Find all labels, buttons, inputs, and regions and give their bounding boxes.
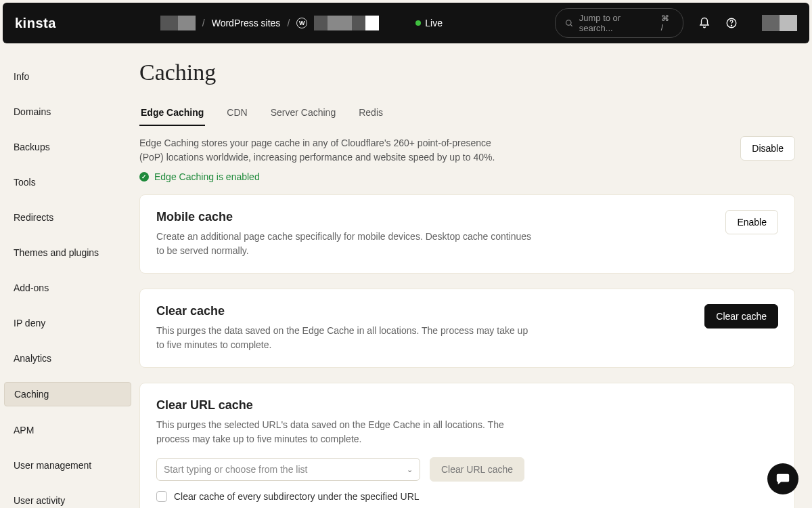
- mobile-cache-description: Create an additional page cache specific…: [156, 230, 535, 258]
- tab-label: CDN: [227, 107, 247, 118]
- breadcrumb-sep: /: [287, 18, 290, 28]
- tab-label: Server Caching: [271, 107, 336, 118]
- clear-cache-button[interactable]: Clear cache: [704, 304, 778, 329]
- topbar: kinsta / WordPress sites / W Live Jump t…: [3, 3, 809, 43]
- sidebar-item-label: APM: [14, 425, 34, 436]
- logo: kinsta: [15, 16, 56, 31]
- sidebar-item-addons[interactable]: Add-ons: [4, 276, 131, 299]
- tab-edge-caching[interactable]: Edge Caching: [139, 104, 205, 126]
- breadcrumb-sites[interactable]: WordPress sites: [212, 18, 281, 28]
- clear-subdirectory-checkbox-row[interactable]: Clear cache of every subdirectory under …: [156, 491, 778, 502]
- page-title: Caching: [139, 60, 795, 85]
- mobile-cache-card: Mobile cache Create an additional page c…: [139, 194, 795, 274]
- svg-point-0: [566, 20, 571, 24]
- svg-line-1: [570, 24, 572, 26]
- main-content: Caching Edge Caching CDN Server Caching …: [135, 46, 802, 508]
- sidebar-item-label: Domains: [14, 106, 51, 117]
- account-menu[interactable]: [762, 15, 797, 31]
- search-kbd-hint: ⌘ /: [661, 14, 673, 33]
- breadcrumb: / WordPress sites / W: [160, 16, 379, 30]
- breadcrumb-site[interactable]: [314, 16, 379, 30]
- sidebar: Info Domains Backups Tools Redirects The…: [0, 46, 135, 508]
- sidebar-item-user-activity[interactable]: User activity: [4, 489, 131, 508]
- edge-caching-description: Edge Caching stores your page cache in a…: [139, 136, 505, 165]
- sidebar-item-apm[interactable]: APM: [4, 419, 131, 442]
- sidebar-item-label: Tools: [14, 177, 36, 188]
- sidebar-item-redirects[interactable]: Redirects: [4, 206, 131, 229]
- sidebar-item-analytics[interactable]: Analytics: [4, 347, 131, 370]
- sidebar-item-label: Add-ons: [14, 282, 49, 293]
- sidebar-item-label: Redirects: [14, 212, 53, 223]
- sidebar-item-user-management[interactable]: User management: [4, 454, 131, 477]
- sidebar-item-ip-deny[interactable]: IP deny: [4, 312, 131, 335]
- sidebar-item-label: Info: [14, 71, 29, 82]
- search-placeholder: Jump to or search...: [579, 13, 656, 33]
- edge-caching-status: ✓ Edge Caching is enabled: [139, 171, 505, 182]
- sidebar-item-label: User management: [14, 460, 91, 471]
- sidebar-item-backups[interactable]: Backups: [4, 135, 131, 158]
- sidebar-item-label: Caching: [14, 389, 49, 400]
- check-circle-icon: ✓: [139, 172, 149, 182]
- search-input[interactable]: Jump to or search... ⌘ /: [555, 8, 683, 38]
- tab-label: Redis: [359, 107, 383, 118]
- clear-url-cache-description: This purges the selected URL's data save…: [156, 418, 535, 446]
- help-button[interactable]: [724, 16, 739, 30]
- tab-server-caching[interactable]: Server Caching: [269, 104, 338, 126]
- clear-cache-description: This purges the data saved on the Edge C…: [156, 324, 535, 352]
- bell-icon: [698, 17, 710, 29]
- svg-point-3: [731, 25, 731, 26]
- chat-icon: [775, 471, 790, 486]
- url-combobox[interactable]: Start typing or choose from the list ⌄: [156, 458, 420, 481]
- clear-url-cache-card: Clear URL cache This purges the selected…: [139, 383, 795, 508]
- tab-cdn[interactable]: CDN: [225, 104, 248, 126]
- help-icon: [725, 17, 738, 29]
- sidebar-item-domains[interactable]: Domains: [4, 100, 131, 123]
- clear-cache-card: Clear cache This purges the data saved o…: [139, 289, 795, 368]
- sidebar-item-label: Themes and plugins: [14, 247, 99, 258]
- environment-label: Live: [425, 18, 443, 28]
- disable-edge-caching-button[interactable]: Disable: [740, 136, 795, 161]
- clear-url-cache-button[interactable]: Clear URL cache: [430, 457, 524, 482]
- tab-redis[interactable]: Redis: [357, 104, 384, 126]
- sidebar-item-themes-plugins[interactable]: Themes and plugins: [4, 241, 131, 264]
- tabs: Edge Caching CDN Server Caching Redis: [139, 104, 795, 127]
- breadcrumb-sep: /: [202, 18, 205, 28]
- status-text: Edge Caching is enabled: [154, 171, 260, 182]
- clear-cache-title: Clear cache: [156, 304, 688, 318]
- status-dot-icon: [415, 20, 421, 26]
- combobox-placeholder: Start typing or choose from the list: [164, 464, 307, 475]
- sidebar-item-info[interactable]: Info: [4, 65, 131, 88]
- sidebar-item-tools[interactable]: Tools: [4, 171, 131, 194]
- notifications-button[interactable]: [697, 16, 712, 30]
- search-icon: [565, 19, 574, 28]
- chat-button[interactable]: [767, 463, 798, 494]
- chevron-down-icon: ⌄: [407, 465, 413, 474]
- checkbox-label: Clear cache of every subdirectory under …: [174, 491, 420, 502]
- checkbox[interactable]: [156, 491, 167, 502]
- tab-label: Edge Caching: [141, 107, 204, 118]
- wordpress-icon: W: [296, 18, 307, 28]
- mobile-cache-title: Mobile cache: [156, 210, 709, 224]
- sidebar-item-label: IP deny: [14, 318, 45, 329]
- sidebar-item-caching[interactable]: Caching: [4, 382, 131, 406]
- sidebar-item-label: Analytics: [14, 353, 51, 364]
- sidebar-item-label: User activity: [14, 495, 65, 506]
- breadcrumb-org[interactable]: [160, 16, 196, 30]
- enable-mobile-cache-button[interactable]: Enable: [725, 210, 778, 234]
- sidebar-item-label: Backups: [14, 142, 50, 152]
- clear-url-cache-title: Clear URL cache: [156, 398, 778, 412]
- environment-indicator[interactable]: Live: [415, 18, 443, 28]
